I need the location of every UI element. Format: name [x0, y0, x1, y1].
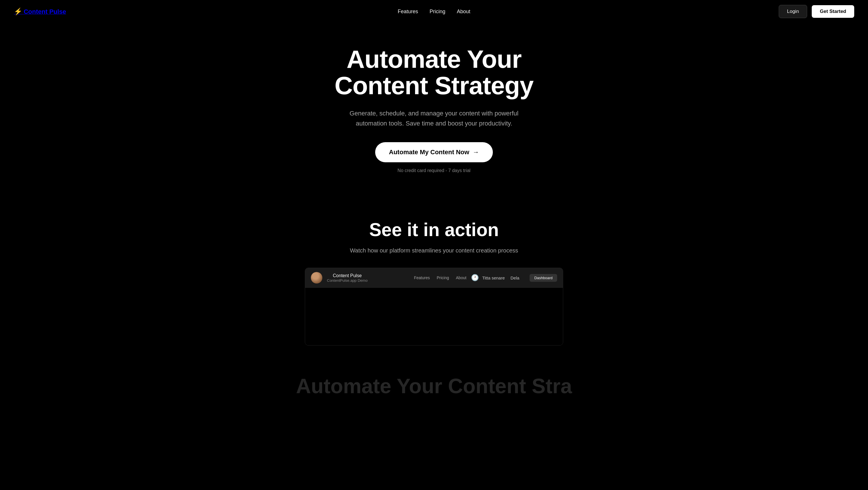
nav-links: Features Pricing About: [398, 9, 470, 15]
nav-actions: Login Get Started: [779, 5, 854, 18]
video-nav-about: About: [456, 276, 466, 280]
nav-logo[interactable]: ⚡ Content Pulse: [14, 7, 66, 16]
hero-title: Automate Your Content Strategy: [305, 46, 563, 99]
logo-text: Content Pulse: [24, 8, 66, 15]
cta-arrow-icon: →: [473, 148, 479, 156]
watch-later-label: Titta senare: [482, 276, 505, 280]
nav-pricing[interactable]: Pricing: [429, 9, 445, 15]
hero-trial-note: No credit card required - 7 days trial: [398, 168, 470, 173]
cta-button[interactable]: Automate My Content Now →: [375, 142, 493, 162]
video-content: [305, 288, 563, 345]
login-button[interactable]: Login: [779, 5, 807, 18]
video-nav: Features Pricing About: [414, 276, 466, 280]
avatar-image: [311, 272, 322, 284]
nav-about[interactable]: About: [457, 9, 470, 15]
video-title: Content Pulse: [327, 273, 368, 278]
action-section: See it in action Watch how our platform …: [0, 196, 868, 357]
hero-subtitle: Generate, schedule, and manage your cont…: [345, 108, 523, 128]
share-label: Dela: [510, 276, 520, 280]
avatar: [311, 272, 322, 284]
video-demo-label: ContentPulse.app Demo: [327, 278, 368, 283]
cta-label: Automate My Content Now: [389, 148, 469, 156]
dashboard-button[interactable]: Dashboard: [530, 274, 557, 282]
video-nav-features: Features: [414, 276, 430, 280]
bottom-peek-title: Automate Your Content Stra: [14, 374, 854, 398]
bottom-peek: Automate Your Content Stra: [0, 357, 868, 404]
video-info: Content Pulse ContentPulse.app Demo: [327, 273, 368, 283]
video-bar: Content Pulse ContentPulse.app Demo Feat…: [305, 268, 563, 288]
logo-icon: ⚡: [14, 7, 22, 15]
navbar: ⚡ Content Pulse Features Pricing About L…: [0, 0, 868, 23]
video-preview: Content Pulse ContentPulse.app Demo Feat…: [305, 268, 563, 346]
video-nav-pricing: Pricing: [437, 276, 449, 280]
action-title: See it in action: [14, 219, 854, 240]
hero-section: Automate Your Content Strategy Generate,…: [0, 0, 868, 196]
watch-later-group: 🕐 Titta senare: [471, 274, 505, 282]
get-started-button[interactable]: Get Started: [812, 5, 854, 18]
video-bar-actions: 🕐 Titta senare Dela Dashboard: [471, 274, 557, 282]
clock-icon: 🕐: [471, 274, 479, 282]
nav-features[interactable]: Features: [398, 9, 418, 15]
action-subtitle: Watch how our platform streamlines your …: [14, 247, 854, 254]
video-preview-container: Content Pulse ContentPulse.app Demo Feat…: [14, 268, 854, 346]
